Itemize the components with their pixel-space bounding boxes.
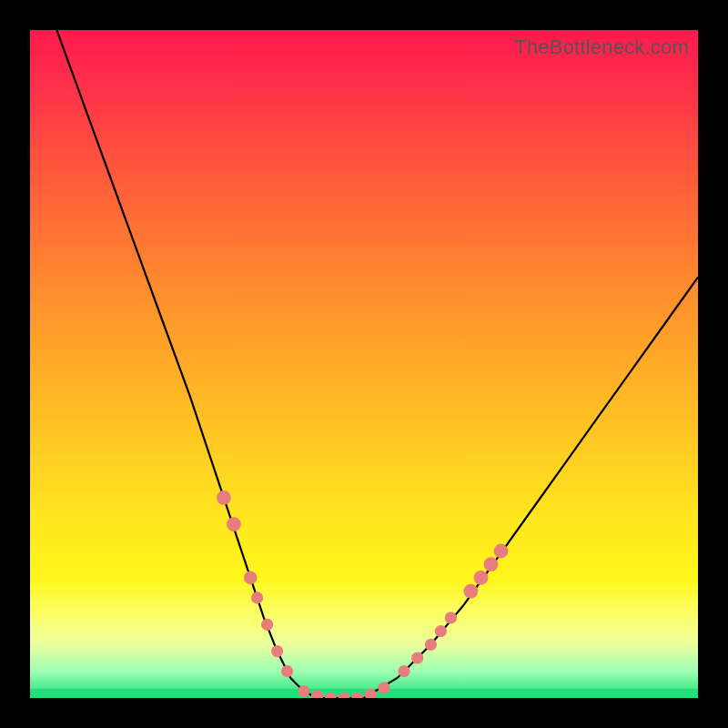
chart-frame: TheBottleneck.com [0, 0, 728, 728]
marker-group [217, 490, 508, 698]
data-marker [464, 584, 479, 599]
data-marker [271, 645, 283, 657]
data-marker [425, 639, 437, 651]
data-marker [445, 612, 457, 623]
chart-plot-area: TheBottleneck.com [30, 30, 698, 698]
data-marker [378, 682, 389, 693]
data-marker [474, 571, 489, 585]
data-marker [325, 692, 337, 698]
data-marker [494, 544, 509, 559]
data-marker [298, 685, 309, 697]
data-marker [261, 619, 273, 631]
chart-svg [30, 30, 698, 698]
data-marker [311, 690, 323, 698]
data-marker [251, 592, 263, 603]
data-marker [411, 652, 423, 663]
data-marker [338, 692, 349, 698]
data-marker [435, 625, 447, 637]
bottleneck-curve-path [56, 30, 698, 698]
data-marker [217, 490, 231, 505]
data-marker [351, 692, 363, 698]
data-marker [281, 665, 293, 677]
data-marker [398, 665, 410, 677]
data-marker [227, 517, 241, 531]
data-marker [484, 557, 499, 571]
curve-group [56, 30, 698, 698]
data-marker [365, 689, 377, 698]
data-marker [244, 571, 258, 585]
